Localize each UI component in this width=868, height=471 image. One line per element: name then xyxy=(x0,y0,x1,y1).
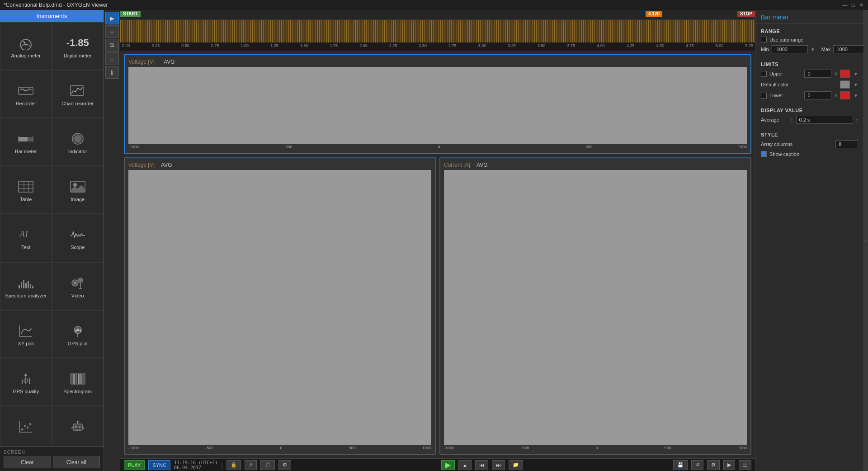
audio-button[interactable]: 🎵 xyxy=(260,460,275,470)
chart-recorder-icon xyxy=(69,83,87,99)
open-file-button[interactable]: 📁 xyxy=(509,460,523,470)
play-button[interactable]: ▶ xyxy=(441,460,455,470)
lower-color-dropdown[interactable]: ▼ xyxy=(854,93,858,98)
instruments-grid: - + Analog meter -1.85 Digital meter xyxy=(0,22,104,447)
sidebar-item-recorder[interactable]: Recorder xyxy=(0,70,52,118)
display-expand[interactable]: ↕ xyxy=(791,117,793,122)
vtool-channels-button[interactable]: ⧉ xyxy=(105,39,119,52)
sidebar-item-gps-quality[interactable]: GPS quality xyxy=(0,358,52,406)
ruler-ticks: 0.000.250.500.75 1.001.251.501.75 2.002.… xyxy=(120,42,755,49)
sidebar-item-chart-recorder[interactable]: Chart recorder xyxy=(52,70,104,118)
top-meter-axis: -1000-50005001000 xyxy=(128,145,747,149)
clear-all-button[interactable]: Clear all xyxy=(53,457,100,468)
sidebar-item-image[interactable]: Image xyxy=(52,166,104,214)
sidebar-item-gps-plot[interactable]: GPS GPS plot xyxy=(52,310,104,358)
sidebar-item-robot[interactable] xyxy=(52,406,104,447)
vtool-play-button[interactable]: ▶ xyxy=(105,12,119,24)
show-caption-label: Show caption xyxy=(769,151,858,157)
app-layout: Instruments - + Analog meter xyxy=(0,10,868,471)
lower-checkbox[interactable] xyxy=(761,93,767,99)
clear-button[interactable]: Clear xyxy=(4,457,51,468)
date-display: 06.04.2017 xyxy=(174,465,217,470)
workspace: Voltage [V] AVG -1000-50005001000 Voltag… xyxy=(120,51,755,458)
sidebar-item-analog-meter[interactable]: - + Analog meter xyxy=(0,22,52,70)
close-button[interactable]: ✕ xyxy=(858,2,864,8)
svg-rect-43 xyxy=(80,374,82,384)
max-input[interactable] xyxy=(833,45,863,53)
top-bar-meter[interactable]: Voltage [V] AVG -1000-50005001000 xyxy=(124,54,751,154)
array-columns-row: Array columns xyxy=(761,140,858,148)
menu-button[interactable]: ☰ xyxy=(739,460,751,470)
right-panel-title: Bar meter xyxy=(755,10,863,24)
eject-button[interactable]: ▲ xyxy=(458,460,472,470)
sidebar-item-xy-plot[interactable]: XY plot xyxy=(0,310,52,358)
lock-button[interactable]: 🔒 xyxy=(226,460,241,470)
lower-unit: V xyxy=(834,93,837,98)
analog-meter-label: Analog meter xyxy=(11,53,41,58)
save-button[interactable]: 💾 xyxy=(673,460,688,470)
sidebar-item-table[interactable]: Table xyxy=(0,166,52,214)
upper-value-input[interactable] xyxy=(804,70,831,78)
vtool-settings-button[interactable]: ≡ xyxy=(105,52,119,65)
refresh-button[interactable]: ↺ xyxy=(691,460,703,470)
sync-status-button[interactable]: SYNC xyxy=(148,460,170,470)
show-caption-checkbox[interactable] xyxy=(761,151,767,157)
bottom-left-axis: -1000-50005001000 xyxy=(128,446,431,450)
sidebar-item-scatter[interactable] xyxy=(0,406,52,447)
image-icon xyxy=(69,179,87,195)
sidebar-item-spectrum-analyzer[interactable]: Spectrum analyzer xyxy=(0,262,52,310)
upper-color-swatch[interactable] xyxy=(840,70,850,78)
sidebar-item-bar-meter[interactable]: Bar meter xyxy=(0,118,52,166)
sidebar-item-spectrogram[interactable]: Spectrogram xyxy=(52,358,104,406)
min-input[interactable] xyxy=(772,45,808,53)
sidebar-item-scope[interactable]: Scope xyxy=(52,214,104,262)
minimize-button[interactable]: — xyxy=(842,2,848,8)
sidebar-item-video[interactable]: Video xyxy=(52,262,104,310)
display-expand2[interactable]: ↕ xyxy=(856,117,859,122)
goto-end-button[interactable]: ⏭ xyxy=(492,460,505,470)
indicator-icon xyxy=(69,131,87,147)
screen-label: SCREEN xyxy=(4,450,100,455)
lower-color-swatch[interactable] xyxy=(840,91,850,99)
right-panel-collapse[interactable]: › xyxy=(863,10,868,471)
sidebar-item-text[interactable]: AI Text xyxy=(0,214,52,262)
config-button[interactable]: ⚙ xyxy=(707,460,720,470)
auto-range-checkbox[interactable] xyxy=(761,37,767,42)
analog-meter-icon: - + xyxy=(17,35,35,51)
vtool-list-button[interactable]: ≡ xyxy=(105,25,119,38)
cursor-button[interactable]: ↗ xyxy=(245,460,257,470)
sidebar-item-digital-meter[interactable]: -1.85 Digital meter xyxy=(52,22,104,70)
svg-rect-42 xyxy=(78,374,80,384)
orange-marker: 4.120 xyxy=(646,11,662,17)
maximize-button[interactable]: □ xyxy=(850,2,856,8)
default-color-swatch[interactable] xyxy=(840,80,850,89)
lower-value-input[interactable] xyxy=(804,91,831,99)
xy-plot-label: XY plot xyxy=(18,341,34,346)
max-label: Max xyxy=(821,47,831,52)
upper-checkbox[interactable] xyxy=(761,71,767,77)
bottom-right-meter[interactable]: Current [A] AVG -1000-50005001000 xyxy=(439,157,751,455)
titlebar: *Conventional Bulp.dmd - OXYGEN Viewer —… xyxy=(0,0,868,10)
settings-button[interactable]: ⚙ xyxy=(278,460,291,470)
default-color-dropdown[interactable]: ▼ xyxy=(854,82,858,87)
gps-quality-label: GPS quality xyxy=(13,389,39,394)
instruments-sidebar: Instruments - + Analog meter xyxy=(0,10,104,471)
vtool-info-button[interactable]: ℹ xyxy=(105,66,119,79)
bottom-right-mode: AVG xyxy=(476,162,487,168)
spectrum-analyzer-icon xyxy=(17,275,35,291)
svg-rect-24 xyxy=(25,283,27,288)
export-button[interactable]: ▶ xyxy=(723,460,735,470)
array-columns-input[interactable] xyxy=(835,140,858,148)
sidebar-item-indicator[interactable]: Indicator xyxy=(52,118,104,166)
play-status-button[interactable]: PLAY xyxy=(124,460,145,470)
upper-color-dropdown[interactable]: ▼ xyxy=(854,71,858,76)
playhead xyxy=(355,20,355,42)
svg-rect-40 xyxy=(73,374,75,384)
bottom-left-meter[interactable]: Voltage [V] AVG -1000-50005001000 xyxy=(124,157,436,455)
limits-section: LIMITS Upper V ▼ Default color ▼ Lower xyxy=(761,61,858,102)
upper-limit-row: Upper V ▼ xyxy=(761,70,858,78)
digital-meter-label: Digital meter xyxy=(64,53,92,58)
svg-rect-44 xyxy=(82,374,85,384)
goto-start-button[interactable]: ⏮ xyxy=(475,460,488,470)
min-dropdown[interactable]: ▼ xyxy=(811,47,815,52)
